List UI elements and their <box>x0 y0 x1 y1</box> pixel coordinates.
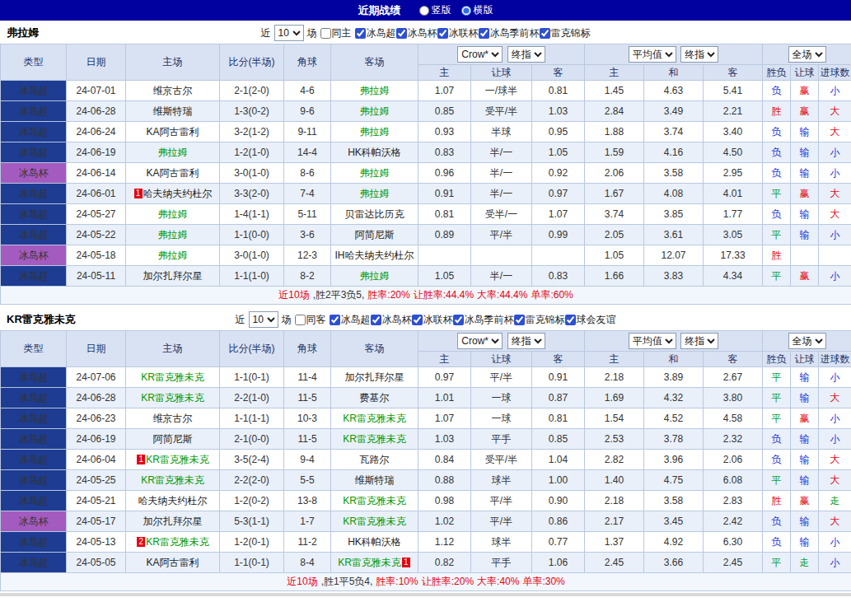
horizontal-radio[interactable] <box>461 6 471 16</box>
away-team: 弗拉姆 <box>331 163 418 184</box>
away-team-name: 弗拉姆 <box>360 105 390 117</box>
avg-draw: 3.58 <box>644 163 704 184</box>
league-checkbox[interactable] <box>565 315 576 325</box>
avg-select-cell: 平均值 终指 <box>585 331 763 352</box>
corner-count: 10-3 <box>284 408 331 429</box>
result-goals: 大 <box>819 511 851 532</box>
match-date: 24-06-23 <box>67 408 126 429</box>
home-team: KA阿古雷利 <box>126 163 220 184</box>
league-checkbox[interactable] <box>355 28 366 39</box>
away-team-name: 弗拉姆 <box>360 188 390 199</box>
league-checkbox[interactable] <box>479 28 489 39</box>
league-filter[interactable]: 球会友谊 <box>565 313 616 327</box>
same-venue-checkbox[interactable] <box>320 28 331 39</box>
odds-away: 1.05 <box>532 142 585 163</box>
league-filter[interactable]: 冰岛超 <box>330 313 371 327</box>
away-team-name: KR雷克雅未克 <box>338 557 401 568</box>
score: 3-3(2-0) <box>220 184 284 204</box>
result-winlose: 负 <box>763 163 791 184</box>
summary-segment: ,胜2平3负5, <box>313 289 365 301</box>
avg-home: 1.59 <box>585 142 644 163</box>
result-handicap: 输 <box>791 367 819 388</box>
league-checkbox[interactable] <box>396 28 407 39</box>
result-winlose: 平 <box>763 367 791 388</box>
league-label: 雷克锦标 <box>551 26 591 40</box>
scope-select[interactable]: 全场 <box>788 46 826 63</box>
result-goals: 小 <box>819 225 851 245</box>
league-filter[interactable]: 冰联杯 <box>437 26 479 40</box>
red-card-badge: 1 <box>402 558 410 567</box>
vertical-radio[interactable] <box>419 6 429 16</box>
odds-away: 0.91 <box>532 367 585 388</box>
league-filter[interactable]: 冰岛超 <box>355 26 396 40</box>
avg-stage-select[interactable]: 终指 <box>680 333 718 349</box>
match-date: 24-05-22 <box>67 225 126 245</box>
col-header-corner: 角球 <box>284 44 331 81</box>
odds-stage-select[interactable]: 终指 <box>507 333 545 349</box>
match-count-select[interactable]: 10 <box>274 25 304 41</box>
avg-away: 4.50 <box>704 142 763 163</box>
avg-home: 2.18 <box>585 491 644 511</box>
odds-home: 1.02 <box>418 511 471 532</box>
odds-home: 0.97 <box>418 367 471 388</box>
match-date: 24-05-18 <box>67 245 126 266</box>
corner-count: 11-5 <box>284 429 331 450</box>
avg-away: 2.95 <box>704 163 763 184</box>
league-filter[interactable]: 冰岛杯 <box>396 26 437 40</box>
league-checkbox[interactable] <box>330 315 340 325</box>
scope-select[interactable]: 全场 <box>788 333 826 349</box>
layout-horizontal-option[interactable]: 横版 <box>461 3 493 17</box>
league-checkbox[interactable] <box>437 28 448 39</box>
match-date: 24-06-28 <box>67 101 126 122</box>
league-checkbox[interactable] <box>540 28 550 39</box>
layout-vertical-option[interactable]: 竖版 <box>419 3 451 17</box>
avg-select[interactable]: 平均值 <box>629 46 676 63</box>
league-filter[interactable]: 冰岛杯 <box>371 313 412 327</box>
league-filter[interactable]: 冰联杯 <box>412 313 453 327</box>
avg-home: 2.82 <box>585 450 644 470</box>
odds-stage-select[interactable]: 终指 <box>507 46 545 63</box>
league-checkbox[interactable] <box>514 315 525 325</box>
home-team: 阿简尼斯 <box>126 429 220 450</box>
league-label: 冰岛超 <box>341 313 371 327</box>
league-filter[interactable]: 雷克锦标 <box>514 313 565 327</box>
result-handicap: 输 <box>791 204 819 225</box>
avg-home: 1.54 <box>585 408 644 429</box>
odds-company-select[interactable]: Crow* <box>457 333 503 349</box>
match-row: 冰岛杯24-06-14KA阿古雷利3-0(1-0)8-6弗拉姆0.96半/一0.… <box>1 163 851 184</box>
match-date: 24-05-05 <box>67 553 126 573</box>
league-filter[interactable]: 冰岛季前杯 <box>479 26 540 40</box>
avg-stage-select[interactable]: 终指 <box>680 46 718 63</box>
match-date: 24-05-13 <box>67 532 126 553</box>
league-checkbox[interactable] <box>453 315 464 325</box>
odds-away: 0.87 <box>532 388 585 408</box>
same-venue-label: 同主 <box>332 26 352 40</box>
odds-handicap <box>471 245 532 266</box>
summary-row: 近10场,胜1平5负4,胜率:10%让胜率:20%大率:40%单率:30% <box>1 573 851 591</box>
league-checkbox[interactable] <box>371 315 381 325</box>
match-date: 24-06-14 <box>67 163 126 184</box>
odds-handicap: 半/一 <box>471 184 532 204</box>
match-row: 冰岛超24-07-06KR雷克雅未克1-1(0-1)11-4加尔扎拜尔星0.97… <box>1 367 851 388</box>
result-goals: 大 <box>819 184 851 204</box>
league-checkbox[interactable] <box>412 315 423 325</box>
result-goals: 小 <box>819 266 851 287</box>
away-team-name: 维斯特瑞 <box>355 474 395 486</box>
league-filter[interactable]: 雷克锦标 <box>540 26 591 40</box>
odds-handicap: 半球 <box>471 122 532 142</box>
bottom-strip <box>0 593 851 596</box>
avg-draw: 3.89 <box>644 367 704 388</box>
same-venue-filter[interactable]: 同客 <box>295 313 326 327</box>
odds-company-select[interactable]: Crow* <box>457 46 503 63</box>
home-team-name: KR雷克雅未克 <box>141 474 204 486</box>
avg-select[interactable]: 平均值 <box>629 333 676 349</box>
odds-handicap: 平/半 <box>471 491 532 511</box>
away-team: 阿简尼斯 <box>331 225 418 245</box>
same-venue-checkbox[interactable] <box>295 315 306 325</box>
score: 1-1(0-0) <box>220 225 284 245</box>
match-count-select[interactable]: 10 <box>249 311 278 328</box>
league-filter[interactable]: 冰岛季前杯 <box>453 313 514 327</box>
same-venue-filter[interactable]: 同主 <box>320 26 352 40</box>
result-handicap: 输 <box>791 163 819 184</box>
subcol-avg-home: 主 <box>585 65 644 81</box>
